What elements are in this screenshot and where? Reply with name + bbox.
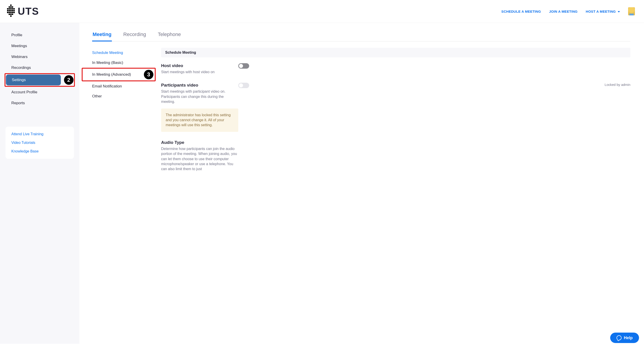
settings-area: Schedule Meeting Host video Start meetin…: [161, 48, 630, 180]
help-link-kb[interactable]: Knowledge Base: [7, 147, 72, 156]
logo-text: UTS: [18, 6, 39, 17]
setting-participants-video: Participants video Start meetings with p…: [161, 83, 630, 132]
sidebar-item-meetings[interactable]: Meetings: [6, 40, 74, 51]
tab-meeting[interactable]: Meeting: [92, 28, 112, 41]
svg-rect-9: [7, 10, 8, 11]
svg-rect-22: [10, 15, 12, 17]
header-nav: SCHEDULE A MEETING JOIN A MEETING HOST A…: [501, 7, 635, 15]
setting-title: Participants video: [161, 83, 238, 88]
sidebar: Profile Meetings Webinars Recordings Set…: [0, 23, 80, 344]
setting-title: Host video: [161, 63, 238, 68]
svg-rect-0: [10, 4, 12, 6]
help-button[interactable]: Help: [610, 333, 639, 343]
svg-rect-4: [7, 8, 8, 9]
chat-icon: [616, 335, 622, 340]
setting-audio-type: Audio Type Determine how participants ca…: [161, 140, 630, 172]
setting-title: Audio Type: [161, 140, 238, 145]
svg-rect-20: [12, 13, 13, 15]
help-link-tutorials[interactable]: Video Tutorials: [7, 139, 72, 147]
main-content: Meeting Recording Telephone Schedule Mee…: [80, 23, 644, 344]
uts-logo-icon: [6, 4, 16, 18]
subnav-email-notification[interactable]: Email Notification: [92, 81, 156, 91]
svg-rect-3: [10, 6, 12, 8]
sidebar-item-recordings[interactable]: Recordings: [6, 62, 74, 73]
subnav-in-meeting-basic[interactable]: In Meeting (Basic): [92, 58, 156, 68]
svg-rect-7: [12, 8, 13, 9]
main-layout: Profile Meetings Webinars Recordings Set…: [0, 23, 644, 344]
locked-by-admin-label: Locked by admin: [605, 83, 630, 87]
nav-schedule-meeting[interactable]: SCHEDULE A MEETING: [501, 9, 541, 13]
svg-rect-6: [8, 8, 10, 9]
svg-rect-15: [14, 12, 15, 13]
svg-rect-13: [10, 10, 12, 11]
locked-note: The administrator has locked this settin…: [161, 109, 238, 132]
sidebar-item-settings[interactable]: Settings: [6, 75, 61, 85]
tab-recording[interactable]: Recording: [123, 28, 146, 41]
help-button-label: Help: [624, 336, 633, 340]
svg-rect-17: [12, 12, 13, 13]
annotation-step-2-badge: 2: [64, 75, 74, 85]
svg-rect-8: [10, 8, 12, 9]
subnav-other[interactable]: Other: [92, 91, 156, 101]
section-header-schedule-meeting: Schedule Meeting: [161, 48, 630, 57]
svg-rect-5: [14, 8, 15, 9]
subnav-in-meeting-advanced[interactable]: In Meeting (Advanced): [92, 70, 137, 80]
sidebar-item-webinars[interactable]: Webinars: [6, 51, 74, 62]
help-card: Attend Live Training Video Tutorials Kno…: [6, 127, 74, 159]
nav-join-meeting[interactable]: JOIN A MEETING: [549, 9, 578, 13]
subnav-schedule-meeting[interactable]: Schedule Meeting: [92, 48, 156, 58]
help-link-training[interactable]: Attend Live Training: [7, 130, 72, 139]
chevron-down-icon: [618, 11, 620, 12]
svg-rect-19: [8, 13, 10, 15]
svg-rect-11: [8, 10, 10, 11]
toggle-participants-video: [238, 83, 249, 88]
setting-host-video: Host video Start meetings with host vide…: [161, 63, 630, 75]
sidebar-item-reports[interactable]: Reports: [6, 98, 74, 109]
svg-rect-18: [10, 12, 12, 13]
app-header: UTS SCHEDULE A MEETING JOIN A MEETING HO…: [0, 0, 644, 23]
settings-tabs: Meeting Recording Telephone: [92, 28, 630, 41]
annotation-step-2-highlight: Settings 2: [4, 73, 75, 87]
setting-description: Determine how participants can join the …: [161, 146, 238, 172]
svg-rect-14: [7, 12, 8, 13]
svg-rect-2: [12, 6, 13, 8]
svg-rect-12: [12, 10, 13, 11]
nav-host-meeting[interactable]: HOST A MEETING: [586, 9, 620, 13]
user-avatar[interactable]: [628, 7, 635, 15]
svg-rect-16: [8, 12, 10, 13]
sidebar-item-profile[interactable]: Profile: [6, 30, 74, 40]
setting-description: Start meetings with participant video on…: [161, 89, 238, 104]
settings-subnav: Schedule Meeting In Meeting (Basic) In M…: [92, 48, 156, 180]
toggle-host-video[interactable]: [238, 63, 249, 69]
sidebar-item-account-profile[interactable]: Account Profile: [6, 87, 74, 98]
annotation-step-3-badge: 3: [144, 70, 154, 79]
svg-rect-10: [14, 10, 15, 11]
tab-telephone[interactable]: Telephone: [157, 28, 181, 41]
annotation-step-3-highlight: In Meeting (Advanced) 3: [82, 68, 156, 81]
setting-description: Start meetings with host video on: [161, 70, 238, 75]
svg-rect-1: [8, 6, 10, 8]
svg-rect-21: [10, 13, 12, 15]
settings-content: Schedule Meeting In Meeting (Basic) In M…: [92, 48, 630, 180]
brand-logo[interactable]: UTS: [6, 4, 39, 18]
